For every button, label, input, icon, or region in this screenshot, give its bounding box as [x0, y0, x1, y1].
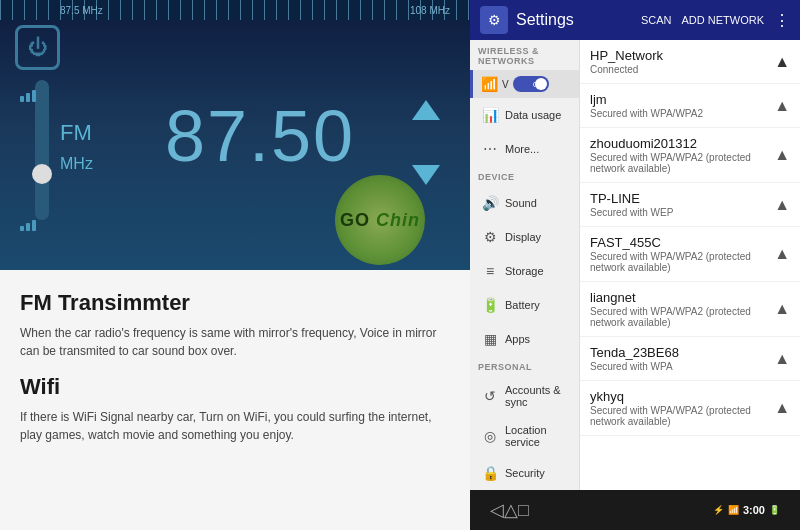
wifi-label: V — [502, 79, 509, 90]
wifi-toggle[interactable]: ON — [513, 76, 549, 92]
wifi-network-liang[interactable]: liangnet Secured with WPA/WPA2 (protecte… — [580, 282, 800, 337]
hp-network-info: HP_Network Connected — [590, 48, 768, 75]
zhou-network-name: zhouduomi201312 — [590, 136, 768, 151]
sidebar-item-storage[interactable]: ≡ Storage — [470, 254, 579, 288]
volume-thumb — [32, 164, 52, 184]
ykhyq-signal-icon: ▲ — [774, 399, 790, 417]
sidebar-item-more[interactable]: ⋯ More... — [470, 132, 579, 166]
sidebar-item-sound[interactable]: 🔊 Sound — [470, 186, 579, 220]
device-section-header: DEVICE — [470, 166, 579, 186]
settings-content: WIRELESS & NETWORKS 📶 V ON 📊 Data usage … — [470, 40, 800, 490]
freq-label-right: 108 MHz — [410, 5, 450, 16]
scan-button[interactable]: SCAN — [641, 14, 672, 26]
ykhyq-network-status: Secured with WPA/WPA2 (protected network… — [590, 405, 768, 427]
recents-button[interactable]: □ — [518, 500, 529, 521]
ljm-network-status: Secured with WPA/WPA2 — [590, 108, 768, 119]
fast-network-info: FAST_455C Secured with WPA/WPA2 (protect… — [590, 235, 768, 273]
signal-bar — [32, 220, 36, 231]
toggle-thumb — [535, 78, 547, 90]
tp-network-name: TP-LINE — [590, 191, 768, 206]
sidebar-label-sound: Sound — [505, 197, 537, 209]
personal-section-header: PERSONAL — [470, 356, 579, 376]
signal-bar — [20, 226, 24, 231]
tenda-signal-icon: ▲ — [774, 350, 790, 368]
frequency-display: 87.50 — [100, 95, 420, 177]
more-icon: ⋯ — [481, 140, 499, 158]
frequency-ruler: 87.5 MHz 108 MHz — [0, 0, 470, 20]
sidebar-label-apps: Apps — [505, 333, 530, 345]
wifi-network-tp[interactable]: TP-LINE Secured with WEP ▲ — [580, 183, 800, 227]
battery-icon: 🔋 — [481, 296, 499, 314]
volume-slider[interactable] — [35, 80, 49, 220]
settings-sidebar: WIRELESS & NETWORKS 📶 V ON 📊 Data usage … — [470, 40, 580, 490]
wifi-network-hp[interactable]: HP_Network Connected ▲ — [580, 40, 800, 84]
wifi-network-fast[interactable]: FAST_455C Secured with WPA/WPA2 (protect… — [580, 227, 800, 282]
status-bar-bottom: ⚡ 📶 3:00 🔋 — [529, 504, 780, 516]
home-button[interactable]: △ — [504, 499, 518, 521]
signal-bars-top — [20, 90, 36, 102]
back-button[interactable]: ◁ — [490, 499, 504, 521]
status-time: 3:00 — [743, 504, 765, 516]
sidebar-item-accounts[interactable]: ↺ Accounts & sync — [470, 376, 579, 416]
tenda-network-info: Tenda_23BE68 Secured with WPA — [590, 345, 768, 372]
sidebar-item-display[interactable]: ⚙ Display — [470, 220, 579, 254]
fast-network-name: FAST_455C — [590, 235, 768, 250]
sidebar-label-accounts: Accounts & sync — [505, 384, 571, 408]
ykhyq-network-name: ykhyq — [590, 389, 768, 404]
zhou-signal-icon: ▲ — [774, 146, 790, 164]
wifi-network-zhou[interactable]: zhouduomi201312 Secured with WPA/WPA2 (p… — [580, 128, 800, 183]
tp-signal-icon: ▲ — [774, 196, 790, 214]
sidebar-item-security[interactable]: 🔒 Security — [470, 456, 579, 490]
sidebar-label-battery: Battery — [505, 299, 540, 311]
signal-bar — [32, 90, 36, 102]
zhou-network-info: zhouduomi201312 Secured with WPA/WPA2 (p… — [590, 136, 768, 174]
wifi-network-ljm[interactable]: ljm Secured with WPA/WPA2 ▲ — [580, 84, 800, 128]
sidebar-item-wifi[interactable]: 📶 V ON — [470, 70, 579, 98]
ljm-network-name: ljm — [590, 92, 768, 107]
nav-up-button[interactable] — [412, 100, 440, 120]
bottom-nav-bar: ◁ △ □ ⚡ 📶 3:00 🔋 — [470, 490, 800, 530]
app-bar-title: Settings — [516, 11, 633, 29]
apps-icon: ▦ — [481, 330, 499, 348]
ljm-network-info: ljm Secured with WPA/WPA2 — [590, 92, 768, 119]
sidebar-item-location[interactable]: ◎ Location service — [470, 416, 579, 456]
ykhyq-network-info: ykhyq Secured with WPA/WPA2 (protected n… — [590, 389, 768, 427]
sound-icon: 🔊 — [481, 194, 499, 212]
sidebar-label-storage: Storage — [505, 265, 544, 277]
liang-network-name: liangnet — [590, 290, 768, 305]
app-bar: ⚙ Settings SCAN ADD NETWORK ⋮ — [470, 0, 800, 40]
wifi-section-title: Wifi — [20, 374, 450, 400]
add-network-button[interactable]: ADD NETWORK — [682, 14, 765, 26]
tp-network-status: Secured with WEP — [590, 207, 768, 218]
signal-bar — [26, 93, 30, 102]
usb-icon: ⚡ — [713, 505, 724, 515]
freq-label-left: 87.5 MHz — [60, 5, 103, 16]
fast-signal-icon: ▲ — [774, 245, 790, 263]
settings-app-icon: ⚙ — [480, 6, 508, 34]
storage-icon: ≡ — [481, 262, 499, 280]
accounts-icon: ↺ — [481, 387, 499, 405]
power-button[interactable]: ⏻ — [15, 25, 60, 70]
wifi-network-ykhyq[interactable]: ykhyq Secured with WPA/WPA2 (protected n… — [580, 381, 800, 436]
wifi-network-list: HP_Network Connected ▲ ljm Secured with … — [580, 40, 800, 490]
fm-label: FM — [60, 120, 92, 146]
signal-bars-bottom — [20, 220, 36, 231]
wifi-icon: 📶 — [481, 76, 498, 92]
tenda-network-status: Secured with WPA — [590, 361, 768, 372]
battery-status-icon: 🔋 — [769, 505, 780, 515]
wifi-network-tenda[interactable]: Tenda_23BE68 Secured with WPA ▲ — [580, 337, 800, 381]
sidebar-label-location: Location service — [505, 424, 571, 448]
hp-network-status: Connected — [590, 64, 768, 75]
wireless-section-header: WIRELESS & NETWORKS — [470, 40, 579, 70]
sidebar-item-battery[interactable]: 🔋 Battery — [470, 288, 579, 322]
liang-signal-icon: ▲ — [774, 300, 790, 318]
sidebar-label-data-usage: Data usage — [505, 109, 561, 121]
app-bar-actions: SCAN ADD NETWORK ⋮ — [641, 11, 790, 30]
security-icon: 🔒 — [481, 464, 499, 482]
logo-text: GO Chin — [340, 210, 420, 231]
fm-section-text: When the car radio's frequency is same w… — [20, 324, 450, 360]
overflow-menu-button[interactable]: ⋮ — [774, 11, 790, 30]
fm-radio-display: 87.5 MHz 108 MHz ⏻ FM MHz 87.50 — [0, 0, 470, 270]
sidebar-item-data-usage[interactable]: 📊 Data usage — [470, 98, 579, 132]
sidebar-item-apps[interactable]: ▦ Apps — [470, 322, 579, 356]
